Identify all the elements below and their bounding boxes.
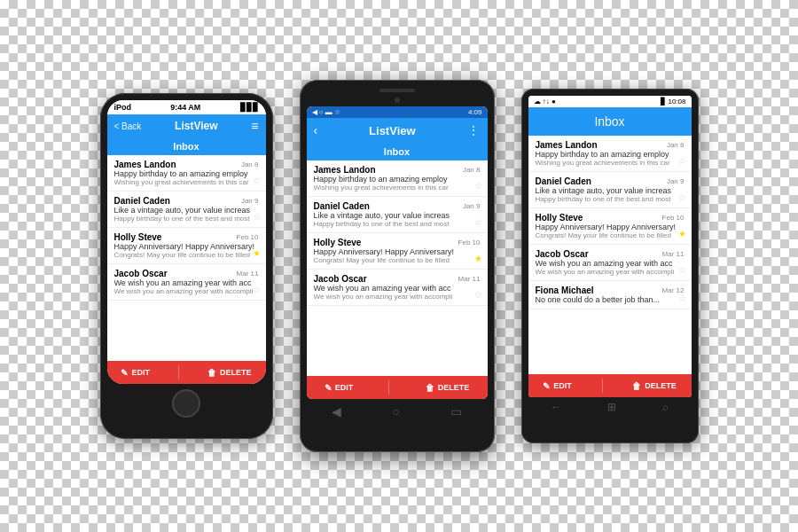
edit-label: EDIT xyxy=(131,368,150,377)
edit-button[interactable]: ✎ EDIT xyxy=(121,368,150,378)
email-item-header: Daniel Caden Jan 9 xyxy=(536,176,685,186)
iphone-device: iPod 9:44 AM ▊▊▊ < Back ListView ≡ Inbox… xyxy=(100,93,273,439)
star-icon[interactable]: ☆ xyxy=(678,265,686,275)
email-sender: Daniel Caden xyxy=(536,176,591,186)
star-icon[interactable]: ★ xyxy=(253,248,261,258)
winphone-delete-button[interactable]: 🗑 DELETE xyxy=(632,381,677,391)
email-item[interactable]: James Landon Jan 8 Happy birthday to an … xyxy=(307,160,488,197)
iphone-navbar: < Back ListView ≡ xyxy=(107,114,266,137)
email-preview: Congrats! May your life continue to be f… xyxy=(536,231,685,239)
star-icon[interactable]: ☆ xyxy=(474,217,482,227)
recent-nav-icon[interactable]: ▭ xyxy=(450,404,462,419)
delete-button[interactable]: 🗑 DELETE xyxy=(207,368,252,378)
star-icon[interactable]: ☆ xyxy=(253,285,261,294)
star-icon[interactable]: ☆ xyxy=(678,192,686,202)
email-preview: We wish you an amazing year with accompl… xyxy=(536,268,685,276)
star-icon[interactable]: ☆ xyxy=(253,176,261,185)
android-more-icon[interactable]: ⋮ xyxy=(467,123,481,137)
android-action-divider xyxy=(388,380,389,395)
winphone-titlebar: Inbox xyxy=(528,107,692,136)
android-frame: ◀ ○ ▬ ☆ 4:09 ‹ ListView ⋮ Inbox James La… xyxy=(300,80,495,452)
email-item[interactable]: Daniel Caden Jan 9 Like a vintage auto, … xyxy=(307,197,488,233)
email-subject: We wish you an amazing year with acc xyxy=(536,259,685,268)
star-icon[interactable]: ☆ xyxy=(678,293,686,303)
android-email-list: James Landon Jan 8 Happy birthday to an … xyxy=(307,160,488,376)
iphone-battery: ▊▊▊ xyxy=(240,103,259,112)
email-subject: Happy Anniversary! Happy Anniversary! xyxy=(114,242,259,251)
email-preview: Happy birthday to one of the best and mo… xyxy=(314,220,481,228)
delete-icon: 🗑 xyxy=(207,368,216,378)
email-date: Jan 9 xyxy=(463,202,481,210)
email-item[interactable]: Jacob Oscar Mar 11 We wish you an amazin… xyxy=(528,245,692,281)
email-item-header: James Landon Jan 8 xyxy=(314,165,481,175)
delete-label: DELETE xyxy=(220,368,252,377)
winphone-delete-label: DELETE xyxy=(645,381,677,390)
android-screen: ◀ ○ ▬ ☆ 4:09 ‹ ListView ⋮ Inbox James La… xyxy=(307,106,488,399)
email-sender: Jacob Oscar xyxy=(536,249,589,259)
winphone-edit-button[interactable]: ✎ EDIT xyxy=(543,381,572,391)
email-subject: Happy Anniversary! Happy Anniversary! xyxy=(314,247,481,256)
winphone-back-icon[interactable]: ← xyxy=(551,401,561,413)
email-preview: Happy birthday to one of the best and mo… xyxy=(536,195,685,203)
back-nav-icon[interactable]: ◀ xyxy=(332,404,341,419)
android-actionbar: ‹ ListView ⋮ xyxy=(307,118,488,143)
android-back-button[interactable]: ‹ xyxy=(314,123,318,137)
email-item-header: James Landon Jan 8 xyxy=(114,160,259,169)
menu-icon[interactable]: ≡ xyxy=(251,119,258,133)
home-button[interactable] xyxy=(172,389,200,418)
android-status-left: ◀ ○ ▬ ☆ xyxy=(312,108,341,116)
email-sender: Holly Steve xyxy=(536,213,583,223)
back-button[interactable]: < Back xyxy=(114,121,142,131)
action-divider xyxy=(178,365,179,379)
email-item[interactable]: James Landon Jan 8 Happy birthday to an … xyxy=(528,136,692,172)
iphone-action-bar: ✎ EDIT 🗑 DELETE xyxy=(107,361,266,384)
email-sender: Holly Steve xyxy=(314,238,362,247)
email-preview: Congrats! May your life continue to be f… xyxy=(114,251,259,259)
email-preview: We wish you an amazing year with accompl… xyxy=(314,293,481,301)
email-preview: Wishing you great achievements in this c… xyxy=(536,159,685,167)
email-item[interactable]: James Landon Jan 8 Happy birthday to an … xyxy=(107,155,266,192)
email-item-header: James Landon Jan 8 xyxy=(536,140,685,150)
email-sender: Daniel Caden xyxy=(314,201,370,211)
email-item[interactable]: Daniel Caden Jan 9 Like a vintage auto, … xyxy=(107,192,266,228)
winphone-time: ▊ 10:08 xyxy=(661,98,685,106)
winphone-edit-icon: ✎ xyxy=(543,381,550,391)
winphone-search-icon[interactable]: ⌕ xyxy=(662,401,669,413)
email-item[interactable]: Holly Steve Feb 10 Happy Anniversary! Ha… xyxy=(528,208,692,245)
email-date: Jan 8 xyxy=(463,166,481,174)
email-item[interactable]: Holly Steve Feb 10 Happy Anniversary! Ha… xyxy=(307,233,488,270)
email-preview: Wishing you great achievements in this c… xyxy=(114,178,259,186)
email-item-header: Holly Steve Feb 10 xyxy=(536,213,685,223)
email-item[interactable]: Holly Steve Feb 10 Happy Anniversary! Ha… xyxy=(107,228,266,264)
iphone-time: 9:44 AM xyxy=(170,103,200,112)
email-date: Feb 10 xyxy=(458,239,481,246)
android-status-bar: ◀ ○ ▬ ☆ 4:09 xyxy=(307,106,488,118)
android-delete-button[interactable]: 🗑 DELETE xyxy=(426,383,470,393)
winphone-start-icon[interactable]: ⊞ xyxy=(607,401,616,413)
android-edit-button[interactable]: ✎ EDIT xyxy=(325,383,354,393)
star-icon[interactable]: ★ xyxy=(678,229,686,239)
email-item[interactable]: Fiona Michael Mar 12 No one could do a b… xyxy=(528,281,692,309)
email-preview: Congrats! May your life continue to be f… xyxy=(314,256,481,264)
camera xyxy=(395,98,400,103)
email-item[interactable]: Jacob Oscar Mar 11 We wish you an amazin… xyxy=(307,270,488,306)
email-item[interactable]: Jacob Oscar Mar 11 We wish you an amazin… xyxy=(107,264,266,301)
star-icon[interactable]: ☆ xyxy=(474,181,482,191)
email-item-header: Fiona Michael Mar 12 xyxy=(536,286,685,295)
email-subject: We wish you an amazing year with acc xyxy=(314,284,481,293)
android-action-bar: ✎ EDIT 🗑 DELETE xyxy=(307,376,488,399)
email-item-header: Daniel Caden Jan 9 xyxy=(314,201,481,211)
winphone-device: ☁ ↑↓ ● ▊ 10:08 Inbox James Landon Jan 8 … xyxy=(521,89,699,443)
star-icon[interactable]: ☆ xyxy=(678,156,686,166)
email-subject: We wish you an amazing year with acc xyxy=(114,278,259,287)
star-icon[interactable]: ☆ xyxy=(474,290,482,300)
email-preview: Wishing you great achievements in this c… xyxy=(314,184,481,192)
email-item[interactable]: Daniel Caden Jan 9 Like a vintage auto, … xyxy=(528,172,692,208)
android-nav-title: ListView xyxy=(369,124,416,137)
home-nav-icon[interactable]: ○ xyxy=(392,404,399,419)
android-edit-icon: ✎ xyxy=(325,383,332,393)
star-icon[interactable]: ★ xyxy=(474,254,482,263)
star-icon[interactable]: ☆ xyxy=(253,212,261,222)
email-item-header: Jacob Oscar Mar 11 xyxy=(536,249,685,259)
email-subject: Happy birthday to an amazing employ xyxy=(114,169,259,178)
